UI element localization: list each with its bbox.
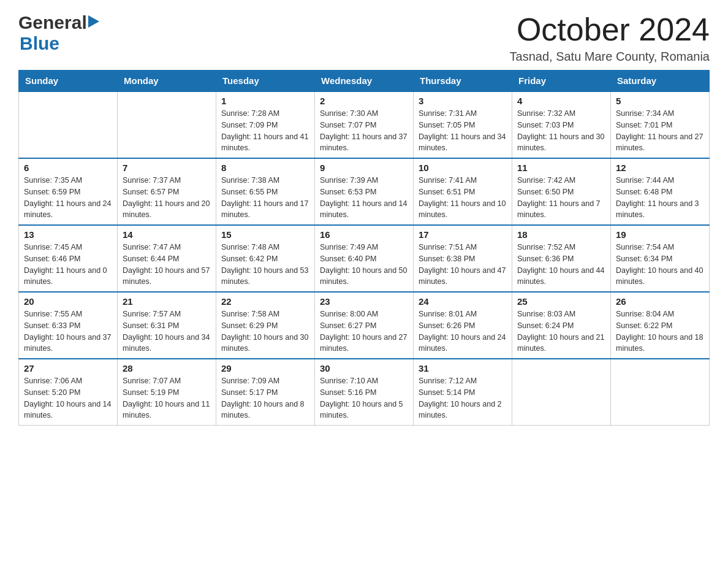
day-info: Sunrise: 7:42 AMSunset: 6:50 PMDaylight:… (517, 175, 605, 221)
day-info: Sunrise: 8:03 AMSunset: 6:24 PMDaylight:… (517, 308, 605, 354)
day-info: Sunrise: 7:07 AMSunset: 5:19 PMDaylight:… (123, 375, 211, 421)
day-number: 12 (616, 163, 704, 173)
day-number: 23 (320, 296, 408, 307)
calendar-day-cell: 27Sunrise: 7:06 AMSunset: 5:20 PMDayligh… (19, 359, 118, 426)
day-number: 4 (517, 96, 605, 106)
day-info: Sunrise: 7:35 AMSunset: 6:59 PMDaylight:… (24, 175, 112, 221)
weekday-header: Tuesday (216, 71, 315, 92)
day-number: 14 (123, 229, 211, 240)
weekday-header: Monday (118, 71, 216, 92)
calendar-day-cell: 23Sunrise: 8:00 AMSunset: 6:27 PMDayligh… (315, 292, 414, 359)
day-number: 5 (616, 96, 704, 106)
calendar-day-cell: 28Sunrise: 7:07 AMSunset: 5:19 PMDayligh… (118, 359, 216, 426)
calendar-day-cell: 9Sunrise: 7:39 AMSunset: 6:53 PMDaylight… (315, 158, 414, 225)
day-number: 18 (517, 229, 605, 240)
calendar-day-cell: 12Sunrise: 7:44 AMSunset: 6:48 PMDayligh… (611, 158, 710, 225)
calendar-week-row: 1Sunrise: 7:28 AMSunset: 7:09 PMDaylight… (19, 91, 710, 158)
logo: General Blue (18, 12, 99, 54)
title-block: October 2024 Tasnad, Satu Mare County, R… (510, 12, 710, 64)
day-info: Sunrise: 7:34 AMSunset: 7:01 PMDaylight:… (616, 108, 704, 154)
calendar-day-cell: 18Sunrise: 7:52 AMSunset: 6:36 PMDayligh… (512, 225, 611, 292)
day-number: 9 (320, 163, 408, 173)
day-number: 11 (517, 163, 605, 173)
location-subtitle: Tasnad, Satu Mare County, Romania (510, 50, 710, 64)
logo-arrow-icon (88, 15, 99, 30)
day-number: 25 (517, 296, 605, 307)
day-info: Sunrise: 7:37 AMSunset: 6:57 PMDaylight:… (123, 175, 211, 221)
day-number: 15 (221, 229, 309, 240)
calendar-day-cell: 30Sunrise: 7:10 AMSunset: 5:16 PMDayligh… (315, 359, 414, 426)
day-info: Sunrise: 7:12 AMSunset: 5:14 PMDaylight:… (419, 375, 507, 421)
day-number: 8 (221, 163, 309, 173)
calendar-week-row: 6Sunrise: 7:35 AMSunset: 6:59 PMDaylight… (19, 158, 710, 225)
calendar-day-cell: 15Sunrise: 7:48 AMSunset: 6:42 PMDayligh… (216, 225, 315, 292)
day-info: Sunrise: 7:31 AMSunset: 7:05 PMDaylight:… (419, 108, 507, 154)
day-number: 28 (123, 363, 211, 373)
calendar-day-cell: 4Sunrise: 7:32 AMSunset: 7:03 PMDaylight… (512, 91, 611, 158)
calendar-day-cell: 16Sunrise: 7:49 AMSunset: 6:40 PMDayligh… (315, 225, 414, 292)
day-info: Sunrise: 7:51 AMSunset: 6:38 PMDaylight:… (419, 242, 507, 288)
logo-blue-text: Blue (20, 33, 59, 54)
day-number: 27 (24, 363, 112, 373)
svg-marker-0 (88, 15, 99, 28)
day-number: 19 (616, 229, 704, 240)
day-info: Sunrise: 7:52 AMSunset: 6:36 PMDaylight:… (517, 242, 605, 288)
calendar-day-cell: 21Sunrise: 7:57 AMSunset: 6:31 PMDayligh… (118, 292, 216, 359)
day-number: 30 (320, 363, 408, 373)
weekday-header: Saturday (611, 71, 710, 92)
day-number: 20 (24, 296, 112, 307)
day-info: Sunrise: 7:41 AMSunset: 6:51 PMDaylight:… (419, 175, 507, 221)
calendar-day-cell: 14Sunrise: 7:47 AMSunset: 6:44 PMDayligh… (118, 225, 216, 292)
day-info: Sunrise: 7:32 AMSunset: 7:03 PMDaylight:… (517, 108, 605, 154)
calendar-day-cell (611, 359, 710, 426)
page-header: General Blue October 2024 Tasnad, Satu M… (18, 12, 710, 64)
calendar-day-cell: 2Sunrise: 7:30 AMSunset: 7:07 PMDaylight… (315, 91, 414, 158)
day-info: Sunrise: 8:01 AMSunset: 6:26 PMDaylight:… (419, 308, 507, 354)
day-info: Sunrise: 7:06 AMSunset: 5:20 PMDaylight:… (24, 375, 112, 421)
day-number: 10 (419, 163, 507, 173)
day-number: 3 (419, 96, 507, 106)
weekday-header: Friday (512, 71, 611, 92)
calendar-day-cell (118, 91, 216, 158)
calendar-day-cell: 8Sunrise: 7:38 AMSunset: 6:55 PMDaylight… (216, 158, 315, 225)
calendar-day-cell: 20Sunrise: 7:55 AMSunset: 6:33 PMDayligh… (19, 292, 118, 359)
month-title: October 2024 (510, 12, 710, 47)
day-info: Sunrise: 7:44 AMSunset: 6:48 PMDaylight:… (616, 175, 704, 221)
day-info: Sunrise: 7:45 AMSunset: 6:46 PMDaylight:… (24, 242, 112, 288)
calendar-day-cell: 25Sunrise: 8:03 AMSunset: 6:24 PMDayligh… (512, 292, 611, 359)
calendar-day-cell: 31Sunrise: 7:12 AMSunset: 5:14 PMDayligh… (414, 359, 512, 426)
calendar-week-row: 27Sunrise: 7:06 AMSunset: 5:20 PMDayligh… (19, 359, 710, 426)
day-number: 26 (616, 296, 704, 307)
day-info: Sunrise: 7:54 AMSunset: 6:34 PMDaylight:… (616, 242, 704, 288)
weekday-header: Thursday (414, 71, 512, 92)
day-info: Sunrise: 8:00 AMSunset: 6:27 PMDaylight:… (320, 308, 408, 354)
weekday-header: Wednesday (315, 71, 414, 92)
calendar-day-cell: 5Sunrise: 7:34 AMSunset: 7:01 PMDaylight… (611, 91, 710, 158)
weekday-header-row: SundayMondayTuesdayWednesdayThursdayFrid… (19, 71, 710, 92)
calendar-day-cell: 7Sunrise: 7:37 AMSunset: 6:57 PMDaylight… (118, 158, 216, 225)
calendar-day-cell: 1Sunrise: 7:28 AMSunset: 7:09 PMDaylight… (216, 91, 315, 158)
day-info: Sunrise: 7:10 AMSunset: 5:16 PMDaylight:… (320, 375, 408, 421)
calendar-day-cell: 19Sunrise: 7:54 AMSunset: 6:34 PMDayligh… (611, 225, 710, 292)
day-info: Sunrise: 8:04 AMSunset: 6:22 PMDaylight:… (616, 308, 704, 354)
day-info: Sunrise: 7:28 AMSunset: 7:09 PMDaylight:… (221, 108, 309, 154)
day-number: 6 (24, 163, 112, 173)
day-number: 24 (419, 296, 507, 307)
day-info: Sunrise: 7:49 AMSunset: 6:40 PMDaylight:… (320, 242, 408, 288)
calendar-day-cell: 3Sunrise: 7:31 AMSunset: 7:05 PMDaylight… (414, 91, 512, 158)
calendar-day-cell: 10Sunrise: 7:41 AMSunset: 6:51 PMDayligh… (414, 158, 512, 225)
logo-general-text: General (18, 12, 87, 33)
day-info: Sunrise: 7:30 AMSunset: 7:07 PMDaylight:… (320, 108, 408, 154)
day-info: Sunrise: 7:38 AMSunset: 6:55 PMDaylight:… (221, 175, 309, 221)
calendar-table: SundayMondayTuesdayWednesdayThursdayFrid… (18, 70, 710, 426)
day-number: 29 (221, 363, 309, 373)
calendar-day-cell: 11Sunrise: 7:42 AMSunset: 6:50 PMDayligh… (512, 158, 611, 225)
day-info: Sunrise: 7:58 AMSunset: 6:29 PMDaylight:… (221, 308, 309, 354)
day-info: Sunrise: 7:09 AMSunset: 5:17 PMDaylight:… (221, 375, 309, 421)
calendar-week-row: 13Sunrise: 7:45 AMSunset: 6:46 PMDayligh… (19, 225, 710, 292)
calendar-week-row: 20Sunrise: 7:55 AMSunset: 6:33 PMDayligh… (19, 292, 710, 359)
day-number: 22 (221, 296, 309, 307)
calendar-day-cell: 6Sunrise: 7:35 AMSunset: 6:59 PMDaylight… (19, 158, 118, 225)
calendar-day-cell: 22Sunrise: 7:58 AMSunset: 6:29 PMDayligh… (216, 292, 315, 359)
day-info: Sunrise: 7:48 AMSunset: 6:42 PMDaylight:… (221, 242, 309, 288)
